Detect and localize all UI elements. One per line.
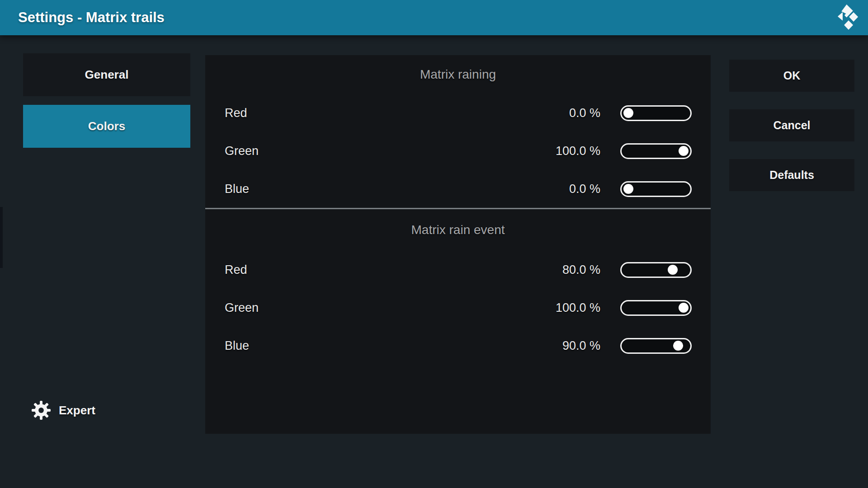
slider-value: 0.0 %	[569, 182, 600, 196]
setting-label: Green	[225, 144, 259, 158]
slider-knob[interactable]	[623, 108, 633, 118]
slider-value: 80.0 %	[562, 263, 600, 277]
section-title: Matrix rain event	[205, 209, 711, 251]
settings-level-toggle[interactable]: Expert	[32, 399, 95, 421]
slider-green[interactable]	[620, 143, 692, 159]
settings-level-label: Expert	[59, 404, 95, 418]
slider-knob[interactable]	[679, 146, 689, 156]
settings-row[interactable]: Green 100.0 %	[205, 289, 711, 327]
sidebar-item-label: Colors	[88, 119, 125, 133]
settings-row[interactable]: Blue 90.0 %	[205, 327, 711, 365]
sidebar-item-label: General	[85, 68, 129, 82]
slider-value: 100.0 %	[556, 301, 600, 315]
slider-blue[interactable]	[620, 338, 692, 354]
header-bar: Settings - Matrix trails	[0, 0, 868, 35]
settings-row[interactable]: Red 0.0 %	[205, 94, 711, 132]
setting-label: Blue	[225, 182, 249, 196]
action-button-label: Defaults	[769, 169, 814, 182]
slider-red[interactable]	[620, 105, 692, 121]
page-title: Settings - Matrix trails	[18, 0, 165, 35]
slider-green[interactable]	[620, 300, 692, 316]
slider-value: 0.0 %	[569, 106, 600, 120]
kodi-logo-icon	[835, 3, 861, 32]
slider-value: 90.0 %	[562, 339, 600, 353]
cancel-button[interactable]: Cancel	[729, 109, 854, 141]
slider-knob[interactable]	[668, 265, 678, 275]
slider-knob[interactable]	[679, 303, 689, 313]
settings-panel: Matrix raining Red 0.0 % Green 100.0 % B…	[205, 55, 711, 434]
slider-knob[interactable]	[673, 341, 683, 351]
slider-blue[interactable]	[620, 181, 692, 197]
slider-value: 100.0 %	[556, 144, 600, 158]
slider-knob[interactable]	[623, 184, 633, 194]
sidebar-item-colors[interactable]: Colors	[23, 105, 190, 148]
setting-label: Blue	[225, 339, 249, 353]
ok-button[interactable]: OK	[729, 60, 854, 92]
setting-label: Red	[225, 263, 247, 277]
defaults-button[interactable]: Defaults	[729, 159, 854, 191]
setting-label: Green	[225, 301, 259, 315]
action-button-label: Cancel	[774, 119, 811, 132]
gear-icon	[32, 401, 51, 420]
sidebar-item-general[interactable]: General	[23, 53, 190, 96]
settings-row[interactable]: Green 100.0 %	[205, 132, 711, 170]
section-title: Matrix raining	[205, 55, 711, 94]
setting-label: Red	[225, 106, 247, 120]
action-button-label: OK	[783, 69, 801, 82]
settings-row[interactable]: Blue 0.0 %	[205, 170, 711, 208]
scroll-indicator	[0, 207, 3, 268]
slider-red[interactable]	[620, 262, 692, 278]
settings-row[interactable]: Red 80.0 %	[205, 251, 711, 289]
